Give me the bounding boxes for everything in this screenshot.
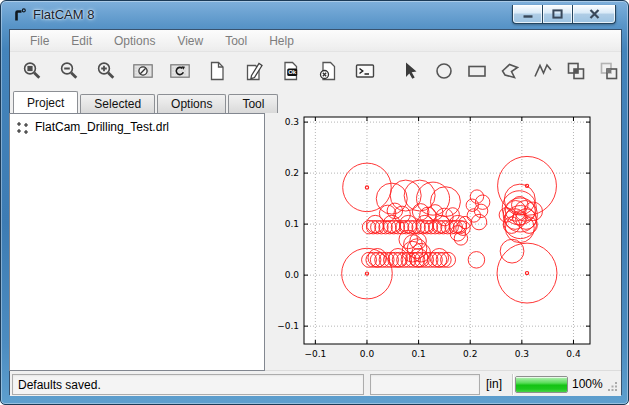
x-tick-label: 0.1	[411, 349, 425, 359]
tab-project[interactable]: Project	[13, 91, 78, 113]
shell-button[interactable]	[353, 59, 377, 83]
menu-edit[interactable]: Edit	[60, 31, 103, 51]
circle-tool-button[interactable]	[432, 59, 456, 83]
flatcam-logo-icon	[12, 7, 28, 23]
window-title: FlatCAM 8	[33, 7, 94, 22]
client-area: File Edit Options View Tool Help	[9, 29, 622, 395]
y-tick-label: 0.0	[285, 270, 300, 280]
menu-view[interactable]: View	[166, 31, 214, 51]
tree-item-label: FlatCam_Drilling_Test.drl	[35, 120, 169, 134]
pointer-tool-button[interactable]	[399, 59, 423, 83]
zoom-in-button[interactable]	[94, 59, 118, 83]
polygon-tool-button[interactable]	[498, 59, 522, 83]
progress-bar	[515, 376, 568, 393]
zoom-in-icon	[95, 60, 117, 82]
intersection-tool-icon	[598, 60, 620, 82]
status-bar: Defaults saved. [in] 100%	[10, 370, 621, 396]
new-file-icon	[206, 60, 228, 82]
menu-tool[interactable]: Tool	[214, 31, 258, 51]
drill-marks-icon	[16, 121, 29, 134]
union-tool-icon	[565, 60, 587, 82]
new-file-button[interactable]	[205, 59, 229, 83]
toolbar: Ok	[10, 52, 621, 89]
zoom-fit-icon	[21, 60, 43, 82]
pointer-icon	[400, 60, 422, 82]
clear-plot-button[interactable]	[131, 59, 155, 83]
clear-plot-icon	[132, 60, 154, 82]
toolbar-group-geometry	[399, 59, 629, 83]
menu-bar: File Edit Options View Tool Help	[10, 30, 621, 52]
delete-file-button[interactable]	[316, 59, 340, 83]
close-button[interactable]	[573, 5, 616, 24]
flatcam-window: FlatCAM 8 File Edit Options View Tool He…	[0, 0, 629, 405]
polyline-tool-icon	[532, 60, 554, 82]
y-tick-label: 0.3	[285, 117, 299, 127]
menu-options[interactable]: Options	[103, 31, 166, 51]
maximize-button[interactable]	[542, 5, 573, 24]
edit-file-button[interactable]	[242, 59, 266, 83]
polygon-tool-icon	[499, 60, 521, 82]
x-tick-label: 0.4	[566, 349, 581, 359]
polyline-tool-button[interactable]	[531, 59, 555, 83]
y-tick-label: −0.1	[277, 321, 299, 331]
accept-file-icon: Ok	[280, 60, 302, 82]
circle-tool-icon	[433, 60, 455, 82]
x-tick-label: 0.0	[360, 349, 375, 359]
x-tick-label: −0.1	[304, 349, 326, 359]
toolbar-group-main: Ok	[20, 59, 377, 83]
resize-grip[interactable]	[607, 380, 618, 391]
minimize-button[interactable]	[512, 5, 542, 24]
zoom-fit-button[interactable]	[20, 59, 44, 83]
status-message: Defaults saved.	[12, 374, 364, 395]
y-tick-label: 0.2	[285, 168, 299, 178]
svg-text:Ok: Ok	[288, 69, 297, 75]
x-tick-label: 0.3	[515, 349, 529, 359]
progress-percent-label: 100%	[572, 377, 603, 391]
edit-file-icon	[243, 60, 265, 82]
y-tick-label: 0.1	[285, 219, 299, 229]
x-tick-label: 0.2	[463, 349, 477, 359]
tree-item-drill-file[interactable]: FlatCam_Drilling_Test.drl	[10, 114, 264, 134]
intersection-tool-button[interactable]	[597, 59, 621, 83]
delete-file-icon	[317, 60, 339, 82]
project-tree-panel[interactable]: FlatCam_Drilling_Test.drl	[9, 113, 265, 371]
menu-file[interactable]: File	[19, 31, 60, 51]
title-bar[interactable]: FlatCAM 8	[1, 1, 628, 29]
plot-canvas[interactable]: −0.10.00.10.20.30.4−0.10.00.10.20.3	[268, 97, 620, 367]
caption-buttons	[512, 5, 616, 24]
union-tool-button[interactable]	[564, 59, 588, 83]
shell-icon	[354, 60, 376, 82]
replot-button[interactable]	[168, 59, 192, 83]
tab-selected[interactable]: Selected	[80, 94, 155, 113]
units-label: [in]	[486, 377, 502, 391]
tab-bar: Project Selected Options Tool	[13, 91, 280, 113]
status-aux-panel	[370, 374, 480, 395]
zoom-out-button[interactable]	[57, 59, 81, 83]
rectangle-tool-icon	[466, 60, 488, 82]
tab-options[interactable]: Options	[157, 94, 226, 113]
rectangle-tool-button[interactable]	[465, 59, 489, 83]
status-separator	[512, 374, 513, 395]
zoom-out-icon	[58, 60, 80, 82]
replot-icon	[169, 60, 191, 82]
progress-bar-fill	[516, 377, 567, 392]
menu-help[interactable]: Help	[258, 31, 305, 51]
accept-file-button[interactable]: Ok	[279, 59, 303, 83]
